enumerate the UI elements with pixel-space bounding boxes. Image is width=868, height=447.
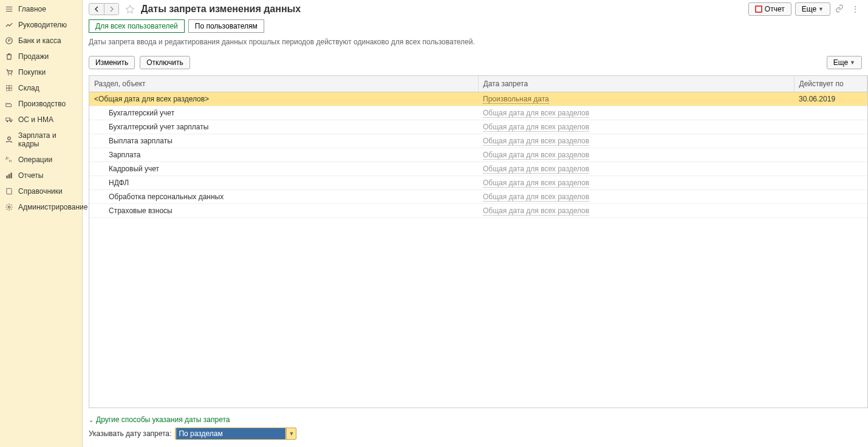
cell-effective bbox=[794, 148, 867, 162]
svg-rect-14 bbox=[9, 174, 10, 179]
arrow-left-icon bbox=[94, 6, 100, 12]
table-row[interactable]: <Общая дата для всех разделов>Произвольн… bbox=[89, 92, 867, 106]
table-row[interactable]: НДФЛОбщая дата для всех разделов bbox=[89, 176, 867, 190]
cell-effective bbox=[794, 176, 867, 190]
favorite-button[interactable] bbox=[124, 3, 136, 15]
cell-section: Страховые взносы bbox=[89, 204, 478, 218]
person-icon bbox=[5, 135, 13, 144]
actions-more-button[interactable]: Еще ▼ bbox=[827, 56, 862, 69]
bank-icon: ₽ bbox=[5, 36, 13, 45]
cell-date: Общая дата для всех разделов bbox=[478, 204, 794, 218]
col-header-section[interactable]: Раздел, объект bbox=[89, 76, 478, 92]
svg-rect-13 bbox=[6, 176, 7, 179]
nav-buttons bbox=[89, 3, 119, 15]
sidebar-item-4[interactable]: Покупки bbox=[0, 64, 82, 80]
sections-table: Раздел, объект Дата запрета Действует по… bbox=[89, 76, 867, 218]
cell-section: <Общая дата для всех разделов> bbox=[89, 92, 478, 106]
cell-effective bbox=[794, 134, 867, 148]
action-row: Изменить Отключить Еще ▼ bbox=[83, 52, 868, 73]
svg-text:Кт: Кт bbox=[9, 160, 13, 163]
ops-icon: ДтКт bbox=[5, 155, 13, 164]
date-link[interactable]: Общая дата для всех разделов bbox=[483, 193, 589, 202]
bars-icon bbox=[5, 171, 13, 180]
cell-effective bbox=[794, 106, 867, 120]
sidebar-item-6[interactable]: Производство bbox=[0, 96, 82, 112]
header-more-button[interactable]: Еще ▼ bbox=[795, 2, 830, 16]
svg-rect-7 bbox=[10, 89, 12, 91]
dropdown-icon[interactable]: ▼ bbox=[286, 428, 296, 439]
col-header-effective[interactable]: Действует по bbox=[794, 76, 867, 92]
sidebar-item-9[interactable]: ДтКтОперации bbox=[0, 152, 82, 168]
menu-icon bbox=[5, 5, 13, 13]
link-button[interactable] bbox=[834, 3, 845, 16]
sidebar-item-label: Производство bbox=[18, 100, 66, 108]
table-row[interactable]: ЗарплатаОбщая дата для всех разделов bbox=[89, 148, 867, 162]
sidebar-item-label: Справочники bbox=[18, 187, 63, 196]
gear-icon bbox=[5, 203, 13, 211]
report-button[interactable]: Отчет bbox=[748, 2, 791, 16]
tab-by-users[interactable]: По пользователям bbox=[188, 19, 264, 33]
sidebar-item-8[interactable]: Зарплата и кадры bbox=[0, 128, 82, 152]
main-content: Даты запрета изменения данных Отчет Еще … bbox=[83, 0, 868, 447]
sidebar-item-0[interactable]: Главное bbox=[0, 1, 82, 17]
boxes-icon bbox=[5, 84, 13, 92]
cell-section: НДФЛ bbox=[89, 176, 478, 190]
table-row[interactable]: Бухгалтерский учетОбщая дата для всех ра… bbox=[89, 106, 867, 120]
cell-section: Обработка персональных данных bbox=[89, 190, 478, 204]
bottom-panel: ⌄ Другие способы указания даты запрета У… bbox=[83, 408, 868, 447]
date-link[interactable]: Общая дата для всех разделов bbox=[483, 109, 589, 118]
cell-section: Зарплата bbox=[89, 148, 478, 162]
sidebar-item-10[interactable]: Отчеты bbox=[0, 168, 82, 183]
sidebar-item-11[interactable]: Справочники bbox=[0, 183, 82, 199]
svg-rect-4 bbox=[6, 85, 9, 87]
svg-rect-15 bbox=[10, 172, 12, 178]
sidebar-item-label: Операции bbox=[18, 155, 52, 164]
date-mode-select[interactable]: ▼ bbox=[175, 428, 296, 440]
page-title: Даты запрета изменения данных bbox=[141, 4, 301, 15]
cell-effective bbox=[794, 162, 867, 176]
cell-date: Общая дата для всех разделов bbox=[478, 134, 794, 148]
col-header-date[interactable]: Дата запрета bbox=[478, 76, 794, 92]
disable-button[interactable]: Отключить bbox=[140, 56, 190, 69]
sidebar-item-label: Главное bbox=[18, 5, 46, 13]
table-row[interactable]: Обработка персональных данныхОбщая дата … bbox=[89, 190, 867, 204]
tab-all-users[interactable]: Для всех пользователей bbox=[89, 19, 185, 33]
table-row[interactable]: Кадровый учетОбщая дата для всех раздело… bbox=[89, 162, 867, 176]
arrow-right-icon bbox=[109, 6, 115, 12]
date-link[interactable]: Общая дата для всех разделов bbox=[483, 151, 589, 160]
table-row[interactable]: Бухгалтерский учет зарплатыОбщая дата дл… bbox=[89, 120, 867, 134]
svg-point-16 bbox=[8, 206, 10, 208]
date-link[interactable]: Произвольная дата bbox=[483, 95, 549, 104]
select-label: Указывать дату запрета: bbox=[89, 429, 171, 438]
sidebar-item-3[interactable]: Продажи bbox=[0, 49, 82, 64]
sidebar-item-5[interactable]: Склад bbox=[0, 80, 82, 96]
cell-date: Общая дата для всех разделов bbox=[478, 176, 794, 190]
sidebar-item-7[interactable]: ОС и НМА bbox=[0, 112, 82, 128]
sidebar-item-label: Администрирование bbox=[18, 203, 87, 211]
svg-point-3 bbox=[11, 74, 12, 75]
kebab-button[interactable]: ⋮ bbox=[849, 3, 862, 15]
svg-point-2 bbox=[8, 74, 9, 75]
cell-section: Бухгалтерский учет зарплаты bbox=[89, 120, 478, 134]
select-row: Указывать дату запрета: ▼ bbox=[89, 426, 862, 441]
sidebar-item-label: Продажи bbox=[18, 52, 49, 61]
edit-button[interactable]: Изменить bbox=[89, 56, 135, 69]
date-link[interactable]: Общая дата для всех разделов bbox=[483, 165, 589, 174]
date-link[interactable]: Общая дата для всех разделов bbox=[483, 137, 589, 146]
date-link[interactable]: Общая дата для всех разделов bbox=[483, 123, 589, 132]
collapse-toggle[interactable]: ⌄ Другие способы указания даты запрета bbox=[89, 413, 862, 426]
svg-point-10 bbox=[8, 137, 11, 140]
cart-icon bbox=[5, 68, 13, 77]
nav-forward-button[interactable] bbox=[104, 4, 118, 15]
table-row[interactable]: Страховые взносыОбщая дата для всех разд… bbox=[89, 204, 867, 218]
table-row[interactable]: Выплата зарплатыОбщая дата для всех разд… bbox=[89, 134, 867, 148]
table-container: Раздел, объект Дата запрета Действует по… bbox=[89, 75, 868, 408]
sidebar-item-12[interactable]: Администрирование bbox=[0, 199, 82, 215]
date-link[interactable]: Общая дата для всех разделов bbox=[483, 206, 589, 216]
sidebar-item-label: Руководителю bbox=[18, 21, 67, 29]
date-link[interactable]: Общая дата для всех разделов bbox=[483, 179, 589, 188]
date-mode-input[interactable] bbox=[176, 428, 285, 439]
sidebar-item-2[interactable]: ₽Банк и касса bbox=[0, 33, 82, 49]
nav-back-button[interactable] bbox=[89, 4, 104, 15]
sidebar-item-1[interactable]: Руководителю bbox=[0, 17, 82, 33]
